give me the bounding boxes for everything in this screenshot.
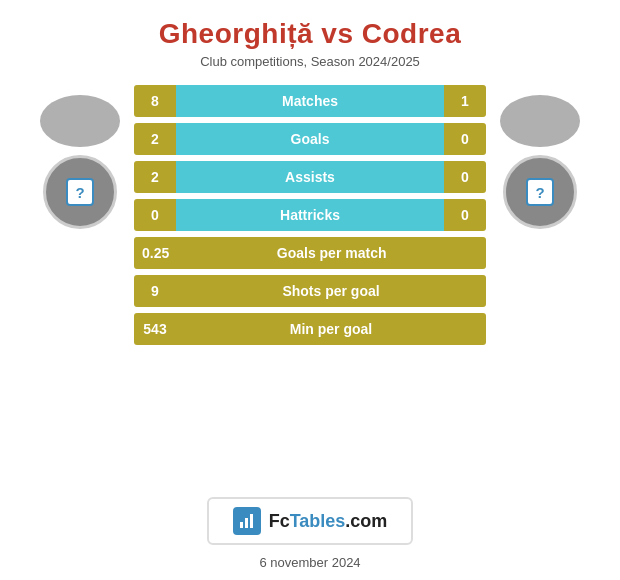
left-avatar-icon: ? xyxy=(66,178,94,206)
stat-right-matches: 1 xyxy=(444,85,486,117)
page-title: Gheorghiță vs Codrea xyxy=(10,18,610,50)
stat-row-matches: 8Matches1 xyxy=(134,85,486,117)
page-wrapper: Gheorghiță vs Codrea Club competitions, … xyxy=(0,0,620,580)
svg-rect-1 xyxy=(245,518,248,528)
avatar-left: ? xyxy=(30,95,130,229)
stat-row-goals-per-match: 0.25Goals per match xyxy=(134,237,486,269)
stat-label-matches: Matches xyxy=(176,85,444,117)
footer-date: 6 november 2024 xyxy=(259,555,360,580)
stat-left-matches: 8 xyxy=(134,85,176,117)
stat-left-goals: 2 xyxy=(134,123,176,155)
stat-row-min-per-goal: 543Min per goal xyxy=(134,313,486,345)
stat-left-goals-per-match: 0.25 xyxy=(134,237,177,269)
right-avatar-circle: ? xyxy=(503,155,577,229)
stat-label-goals: Goals xyxy=(176,123,444,155)
stat-row-shots-per-goal: 9Shots per goal xyxy=(134,275,486,307)
right-avatar-bg xyxy=(500,95,580,147)
stat-right-assists: 0 xyxy=(444,161,486,193)
stat-label-hattricks: Hattricks xyxy=(176,199,444,231)
logo-box: FcTables.com xyxy=(207,497,414,545)
stat-row-hattricks: 0Hattricks0 xyxy=(134,199,486,231)
stat-left-min-per-goal: 543 xyxy=(134,313,176,345)
left-avatar-circle: ? xyxy=(43,155,117,229)
stats-container: 8Matches12Goals02Assists00Hattricks00.25… xyxy=(130,85,490,345)
stat-label-shots-per-goal: Shots per goal xyxy=(176,275,486,307)
stat-label-goals-per-match: Goals per match xyxy=(177,237,486,269)
stat-left-shots-per-goal: 9 xyxy=(134,275,176,307)
stat-left-assists: 2 xyxy=(134,161,176,193)
stat-right-goals: 0 xyxy=(444,123,486,155)
right-avatar-icon: ? xyxy=(526,178,554,206)
logo-area: FcTables.com xyxy=(207,497,414,545)
avatar-right: ? xyxy=(490,95,590,229)
logo-text: FcTables.com xyxy=(269,511,388,532)
stat-label-assists: Assists xyxy=(176,161,444,193)
svg-rect-0 xyxy=(240,522,243,528)
header: Gheorghiță vs Codrea Club competitions, … xyxy=(0,0,620,75)
stat-label-min-per-goal: Min per goal xyxy=(176,313,486,345)
stat-right-hattricks: 0 xyxy=(444,199,486,231)
logo-icon xyxy=(233,507,261,535)
stat-row-goals: 2Goals0 xyxy=(134,123,486,155)
page-subtitle: Club competitions, Season 2024/2025 xyxy=(10,54,610,69)
left-avatar-bg xyxy=(40,95,120,147)
logo-text-blue: Tables xyxy=(290,511,346,531)
content-area: ? 8Matches12Goals02Assists00Hattricks00.… xyxy=(0,85,620,483)
stat-row-assists: 2Assists0 xyxy=(134,161,486,193)
svg-rect-2 xyxy=(250,514,253,528)
stat-left-hattricks: 0 xyxy=(134,199,176,231)
